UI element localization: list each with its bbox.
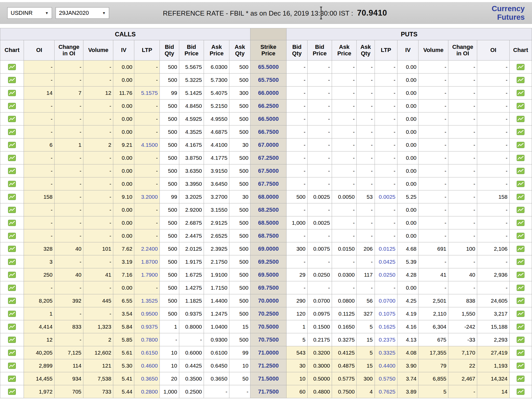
puts-chart-icon-button[interactable] (509, 242, 532, 255)
calls-chart-icon-button[interactable] (0, 151, 24, 164)
puts-ltp-cell[interactable]: 0.0250 (375, 268, 397, 281)
calls-chart-icon-button[interactable] (0, 320, 24, 333)
calls-chart-icon-button[interactable] (0, 255, 24, 268)
puts-chart-icon-button[interactable] (509, 359, 532, 372)
puts-ltp-cell[interactable]: 0.1625 (375, 320, 397, 333)
calls-chart-icon-button[interactable] (0, 138, 24, 151)
puts-chart-icon-button[interactable] (509, 333, 532, 346)
puts-chart-icon-button[interactable] (509, 268, 532, 281)
calls-ltp-cell[interactable]: 2.2400 (134, 242, 160, 255)
calls-ltp-cell[interactable]: 5.1575 (134, 87, 160, 99)
calls-chart-icon-button[interactable] (0, 112, 24, 125)
calls-oi-cell: - (24, 203, 55, 216)
calls-ltp-cell[interactable]: 0.7800 (134, 333, 160, 346)
puts-ltp-cell[interactable]: 0.4400 (375, 359, 397, 372)
calls-chart-icon-button[interactable] (0, 177, 24, 190)
puts-chart-icon-button[interactable] (509, 346, 532, 359)
puts-chart-icon-button[interactable] (509, 372, 532, 385)
calls-ltp-cell[interactable]: 1.3525 (134, 294, 160, 307)
calls-chart-icon-button[interactable] (0, 281, 24, 294)
puts-chart-icon-button[interactable] (509, 87, 532, 99)
calls-chart-icon-button[interactable] (0, 125, 24, 138)
option-row-66.5000: ---0.00-5004.59254.955050066.5000-----0.… (0, 112, 532, 125)
puts-ltp-cell[interactable]: 0.2375 (375, 333, 397, 346)
puts-ltp-cell[interactable]: 0.0125 (375, 242, 397, 255)
puts-ltp-cell[interactable]: 0.7625 (375, 385, 397, 398)
calls-chart-icon-button[interactable] (0, 203, 24, 216)
calls-chart-icon-button[interactable] (0, 385, 24, 398)
puts-ask-qty-cell: - (357, 281, 375, 294)
puts-ltp-cell[interactable]: 0.5750 (375, 372, 397, 385)
puts-chart-icon-button[interactable] (509, 203, 532, 216)
puts-change-in-oi-cell: 40 (448, 268, 477, 281)
puts-ask-qty-cell: - (357, 99, 375, 112)
chart-icon (517, 116, 524, 122)
calls-chart-icon-button[interactable] (0, 346, 24, 359)
calls-ltp-cell[interactable]: 0.2800 (134, 385, 160, 398)
puts-chart-icon-button[interactable] (509, 61, 532, 74)
calls-chart-icon-button[interactable] (0, 242, 24, 255)
puts-chart-icon-button[interactable] (509, 190, 532, 203)
puts-chart-icon-button[interactable] (509, 138, 532, 151)
puts-chart-icon-button[interactable] (509, 320, 532, 333)
puts-oi-cell: 2,106 (477, 242, 509, 255)
calls-bid-price-cell: 0.3500 (179, 372, 204, 385)
puts-chart-icon-button[interactable] (509, 229, 532, 242)
calls-chart-icon-button[interactable] (0, 164, 24, 177)
option-chain-table: CALLS PUTS ChartOIChange in OIVolumeIVLT… (0, 28, 532, 398)
puts-ltp-cell[interactable]: 0.1075 (375, 307, 397, 320)
puts-ltp-cell[interactable]: 0.3325 (375, 346, 397, 359)
calls-chart-icon-button[interactable] (0, 216, 24, 229)
puts-chart-icon-button[interactable] (509, 307, 532, 320)
calls-chart-icon-button[interactable] (0, 61, 24, 74)
puts-bid-price-cell: - (307, 255, 332, 268)
calls-ltp-cell[interactable]: 0.6150 (134, 346, 160, 359)
puts-chart-icon-button[interactable] (509, 294, 532, 307)
puts-ltp-cell[interactable]: 0.0425 (375, 255, 397, 268)
puts-chart-icon-button[interactable] (509, 125, 532, 138)
calls-chart-icon-button[interactable] (0, 333, 24, 346)
puts-chart-icon-button[interactable] (509, 99, 532, 112)
puts-chart-icon-button[interactable] (509, 281, 532, 294)
calls-chart-icon-button[interactable] (0, 99, 24, 112)
calls-chart-icon-button[interactable] (0, 294, 24, 307)
puts-chart-icon-button[interactable] (509, 74, 532, 87)
calls-chart-icon-button[interactable] (0, 74, 24, 87)
calls-chart-icon-button[interactable] (0, 229, 24, 242)
calls-ltp-cell[interactable]: 4.1500 (134, 138, 160, 151)
calls-ask-price-cell: 4.4100 (204, 138, 229, 151)
calls-chart-icon-button[interactable] (0, 268, 24, 281)
puts-chart-icon-button[interactable] (509, 216, 532, 229)
calls-chart-icon-button[interactable] (0, 190, 24, 203)
strike-price-cell: 67.5000 (250, 164, 287, 177)
puts-chart-icon-button[interactable] (509, 385, 532, 398)
calls-chart-icon-button[interactable] (0, 372, 24, 385)
calls-ltp-cell[interactable]: 0.3650 (134, 372, 160, 385)
symbol-select[interactable]: USDINR ▼ (7, 7, 52, 19)
calls-oi-cell: 328 (24, 242, 55, 255)
puts-chart-icon-button[interactable] (509, 164, 532, 177)
calls-ltp-cell[interactable]: 3.2000 (134, 190, 160, 203)
calls-chart-icon-button[interactable] (0, 359, 24, 372)
calls-ltp-cell[interactable]: 1.8700 (134, 255, 160, 268)
chart-icon (517, 233, 524, 239)
calls-ltp-cell[interactable]: 0.4600 (134, 359, 160, 372)
puts-bid-qty-cell: 543 (286, 346, 307, 359)
puts-chart-icon-button[interactable] (509, 112, 532, 125)
calls-volume-cell: - (83, 99, 113, 112)
calls-iv-cell: 5.84 (113, 320, 134, 333)
calls-chart-icon-button[interactable] (0, 307, 24, 320)
column-header-row: ChartOIChange in OIVolumeIVLTPBid QtyBid… (0, 40, 532, 61)
calls-ltp-cell[interactable]: 1.7900 (134, 268, 160, 281)
puts-ltp-cell[interactable]: 0.0025 (375, 190, 397, 203)
calls-bid-price-cell: 2.9200 (179, 203, 204, 216)
puts-chart-icon-button[interactable] (509, 255, 532, 268)
calls-bid-price-cell: 3.8750 (179, 151, 204, 164)
calls-ltp-cell[interactable]: 0.9375 (134, 320, 160, 333)
calls-chart-icon-button[interactable] (0, 87, 24, 99)
puts-ltp-cell[interactable]: 0.0700 (375, 294, 397, 307)
puts-chart-icon-button[interactable] (509, 151, 532, 164)
calls-ltp-cell[interactable]: 0.9500 (134, 307, 160, 320)
puts-chart-icon-button[interactable] (509, 177, 532, 190)
expiry-select[interactable]: 29JAN2020 ▼ (56, 7, 109, 19)
